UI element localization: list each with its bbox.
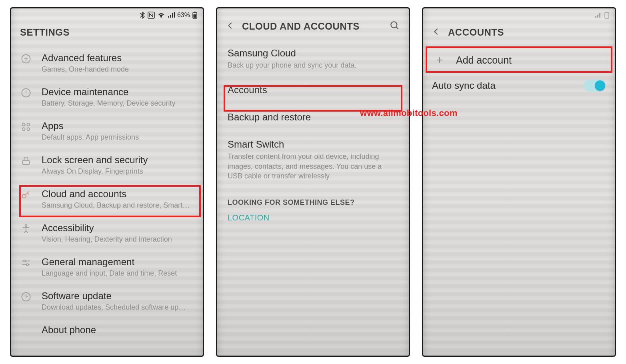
location-link[interactable]: LOCATION — [217, 209, 409, 226]
battery-icon — [604, 12, 609, 19]
signal-icon — [168, 12, 175, 18]
item-subtitle: Always On Display, Fingerprints — [42, 167, 195, 176]
svg-point-7 — [27, 123, 30, 126]
back-icon[interactable] — [226, 21, 235, 32]
item-subtitle: Transfer content from your old device, i… — [228, 152, 398, 181]
gear-plus-icon — [19, 52, 33, 64]
item-title: General management — [42, 256, 195, 268]
cloud-item-samsung-cloud[interactable]: Samsung Cloud Back up your phone and syn… — [217, 40, 409, 77]
screen-header: ACCOUNTS — [423, 22, 615, 46]
item-subtitle: Vision, Hearing, Dexterity and interacti… — [42, 235, 195, 244]
svg-rect-3 — [194, 14, 196, 18]
back-icon[interactable] — [432, 27, 441, 38]
item-title: Apps — [42, 120, 195, 132]
item-title: Advanced features — [42, 52, 195, 64]
svg-rect-2 — [194, 12, 196, 12]
auto-sync-toggle[interactable] — [584, 80, 606, 92]
svg-point-6 — [22, 123, 25, 126]
svg-point-14 — [26, 264, 28, 266]
item-subtitle: Language and input, Date and time, Reset — [42, 269, 195, 278]
item-subtitle: Download updates, Scheduled software up… — [42, 303, 195, 312]
page-title: ACCOUNTS — [448, 27, 504, 38]
svg-point-12 — [25, 225, 27, 227]
item-title: Software update — [42, 290, 195, 302]
settings-list: Advanced features Games, One-handed mode… — [11, 46, 203, 340]
cloud-item-accounts[interactable]: Accounts — [217, 77, 409, 104]
signal-icon — [595, 12, 602, 18]
phone-screen-accounts: ACCOUNTS + Add account Auto sync data — [422, 7, 616, 357]
svg-point-16 — [391, 22, 397, 28]
update-icon — [19, 290, 33, 302]
lock-icon — [19, 154, 33, 166]
settings-item-advanced-features[interactable]: Advanced features Games, One-handed mode — [11, 46, 203, 80]
item-subtitle: Games, One-handed mode — [42, 65, 195, 74]
auto-sync-label: Auto sync data — [432, 80, 496, 91]
settings-item-lock-screen[interactable]: Lock screen and security Always On Displ… — [11, 148, 203, 182]
settings-item-cloud-accounts[interactable]: Cloud and accounts Samsung Cloud, Backup… — [11, 182, 203, 216]
battery-icon — [192, 12, 197, 19]
add-account-row[interactable]: + Add account — [423, 46, 615, 74]
item-subtitle: Back up your phone and sync your data. — [228, 60, 398, 70]
status-bar — [423, 8, 615, 22]
page-title: SETTINGS — [20, 27, 70, 38]
item-title: Cloud and accounts — [42, 188, 195, 200]
screenshot-triptych: 63% SETTINGS Advanced features Games, On… — [0, 0, 626, 364]
nfc-icon — [148, 12, 155, 19]
settings-item-about-phone[interactable]: About phone — [11, 318, 203, 340]
cloud-item-smart-switch[interactable]: Smart Switch Transfer content from your … — [217, 132, 409, 188]
apps-grid-icon — [19, 120, 33, 132]
item-title: Device maintenance — [42, 86, 195, 98]
screen-header: CLOUD AND ACCOUNTS — [217, 8, 409, 40]
accessibility-icon — [19, 222, 33, 234]
item-title: About phone — [42, 324, 195, 336]
status-bar: 63% — [11, 8, 203, 22]
power-icon — [19, 86, 33, 98]
item-subtitle: Default apps, App permissions — [42, 133, 195, 142]
settings-item-software-update[interactable]: Software update Download updates, Schedu… — [11, 284, 203, 318]
settings-item-device-maintenance[interactable]: Device maintenance Battery, Storage, Mem… — [11, 80, 203, 114]
item-title: Accessibility — [42, 222, 195, 234]
svg-point-11 — [22, 194, 26, 198]
battery-percent: 63% — [177, 12, 190, 19]
phone-screen-settings: 63% SETTINGS Advanced features Games, On… — [10, 7, 204, 357]
auto-sync-row[interactable]: Auto sync data — [423, 74, 615, 97]
item-subtitle: Battery, Storage, Memory, Device securit… — [42, 99, 195, 108]
svg-point-9 — [27, 128, 30, 130]
key-icon — [19, 188, 33, 200]
bluetooth-icon — [140, 12, 145, 19]
settings-item-accessibility[interactable]: Accessibility Vision, Hearing, Dexterity… — [11, 216, 203, 250]
item-subtitle: Samsung Cloud, Backup and restore, Smart… — [42, 201, 195, 210]
item-title: Lock screen and security — [42, 154, 195, 166]
sliders-icon — [19, 256, 33, 268]
search-icon[interactable] — [390, 20, 400, 32]
svg-rect-17 — [605, 12, 609, 18]
svg-point-13 — [24, 260, 26, 262]
page-title: CLOUD AND ACCOUNTS — [242, 21, 360, 32]
looking-for-label: LOOKING FOR SOMETHING ELSE? — [217, 188, 409, 209]
settings-item-general-management[interactable]: General management Language and input, D… — [11, 250, 203, 284]
item-title: Samsung Cloud — [228, 48, 398, 59]
plus-icon: + — [434, 54, 446, 66]
add-account-label: Add account — [456, 54, 512, 66]
phone-screen-cloud-accounts: CLOUD AND ACCOUNTS Samsung Cloud Back up… — [216, 7, 410, 357]
settings-item-apps[interactable]: Apps Default apps, App permissions — [11, 114, 203, 148]
watermark-text: www.allmobitools.com — [360, 108, 458, 118]
svg-rect-10 — [23, 160, 29, 165]
info-icon — [19, 324, 33, 325]
wifi-icon — [157, 12, 165, 18]
screen-header: SETTINGS — [11, 22, 203, 46]
item-title: Smart Switch — [228, 139, 398, 150]
item-title: Accounts — [228, 84, 398, 96]
svg-point-8 — [22, 128, 25, 130]
